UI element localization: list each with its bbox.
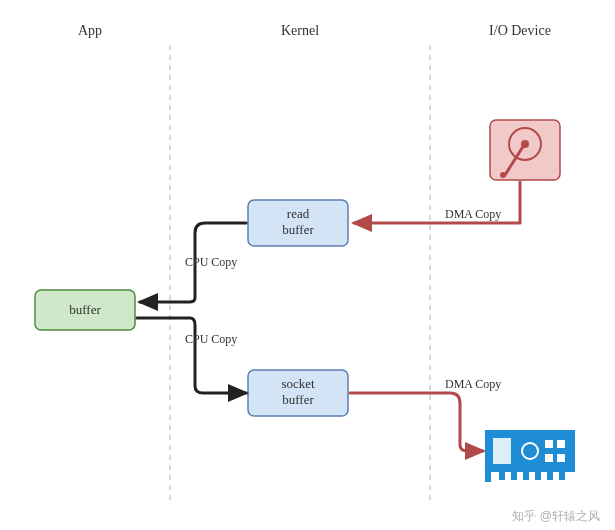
read-buffer-label-1: read xyxy=(287,206,310,221)
app-buffer-label: buffer xyxy=(69,302,101,317)
edge-disk-to-read-label: DMA Copy xyxy=(445,207,501,221)
svg-rect-20 xyxy=(559,472,565,480)
edge-read-to-app-label: CPU Copy xyxy=(185,255,237,269)
edge-app-to-socket-label: CPU Copy xyxy=(185,332,237,346)
svg-rect-17 xyxy=(523,472,529,480)
socket-buffer-label-1: socket xyxy=(281,376,315,391)
socket-buffer-label-2: buffer xyxy=(282,392,314,407)
col-app: App xyxy=(78,23,102,38)
svg-point-3 xyxy=(500,172,506,178)
svg-rect-12 xyxy=(545,454,553,462)
socket-buffer-node: socket buffer xyxy=(248,370,348,416)
edge-socket-to-nic-label: DMA Copy xyxy=(445,377,501,391)
svg-rect-16 xyxy=(511,472,517,480)
svg-rect-19 xyxy=(547,472,553,480)
svg-rect-13 xyxy=(557,454,565,462)
svg-rect-14 xyxy=(485,472,491,482)
col-kernel: Kernel xyxy=(281,23,319,38)
disk-icon xyxy=(490,120,560,180)
app-buffer-node: buffer xyxy=(35,290,135,330)
arrow-socket-to-nic xyxy=(350,393,483,451)
arrow-app-to-socket xyxy=(137,318,246,393)
read-buffer-node: read buffer xyxy=(248,200,348,246)
nic-icon xyxy=(485,430,575,482)
read-buffer-label-2: buffer xyxy=(282,222,314,237)
svg-rect-8 xyxy=(493,438,511,464)
col-io: I/O Device xyxy=(489,23,551,38)
svg-rect-10 xyxy=(545,440,553,448)
watermark: 知乎 @轩辕之风 xyxy=(512,509,600,523)
svg-rect-11 xyxy=(557,440,565,448)
svg-rect-18 xyxy=(535,472,541,480)
svg-rect-15 xyxy=(499,472,505,480)
